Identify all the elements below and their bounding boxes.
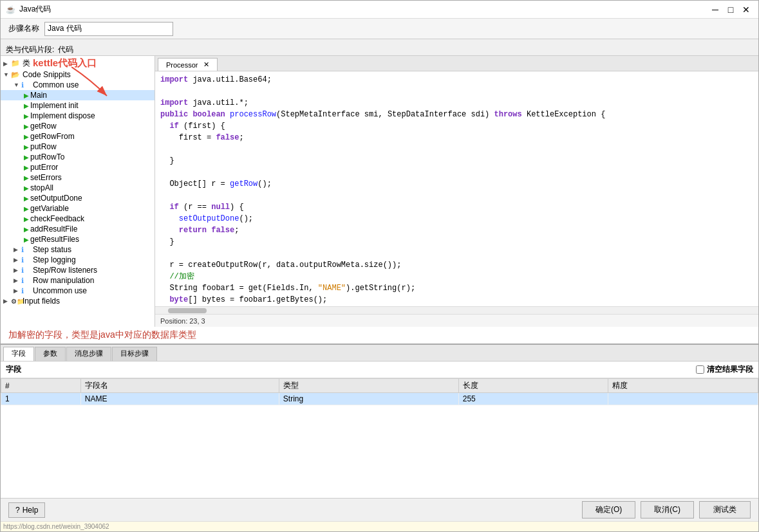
tree-item-put-row[interactable]: ▶ putRow [1, 142, 155, 152]
tree-item-code-snippits[interactable]: ▼ 📂 Code Snippits [1, 69, 155, 80]
tree-label-put-error: putError [30, 163, 58, 172]
tree-item-put-error[interactable]: ▶ putError [1, 162, 155, 172]
tab-message-steps[interactable]: 消息步骤 [66, 347, 111, 361]
play-icon-get-row-from: ▶ [24, 133, 29, 140]
play-icon-stop-all: ▶ [24, 185, 29, 192]
window-icon: ☕ [6, 5, 15, 14]
info-icon-5: ℹ [21, 277, 32, 285]
play-icon-add-result-file: ▶ [24, 226, 29, 233]
tree-item-step-logging[interactable]: ▶ ℹ Step logging [1, 255, 155, 265]
folder-icon: 📁 [11, 59, 21, 68]
tree-label-implement-init: Implement init [30, 101, 79, 110]
annotation-bar: 加解密的字段，类型是java中对应的数据库类型 [1, 327, 758, 344]
bottom-tabs: 字段 参数 消息步骤 目标步骤 [1, 345, 758, 362]
play-icon-put-row: ▶ [24, 143, 29, 151]
folder-open-icon: 📂 [11, 71, 21, 79]
tree-label-put-row: putRow [30, 142, 57, 151]
chevron-down-icon: ▼ [3, 71, 11, 78]
close-button[interactable]: ✕ [739, 3, 753, 17]
tree-item-get-variable[interactable]: ▶ getVariable [1, 203, 155, 214]
tree-item-check-feedback[interactable]: ▶ checkFeedback [1, 214, 155, 224]
code-tabs: Processor ✕ [155, 56, 758, 71]
status-bar: Position: 23, 3 [155, 314, 758, 327]
confirm-button[interactable]: 确定(O) [582, 501, 635, 518]
cell-length: 255 [458, 393, 608, 405]
code-tab-processor[interactable]: Processor ✕ [158, 58, 218, 71]
help-button[interactable]: ? Help [8, 502, 45, 518]
fields-table: # 字段名 类型 长度 精度 1 NAME String 255 [1, 378, 758, 498]
tree-item-get-row[interactable]: ▶ getRow [1, 121, 155, 131]
tab-target-steps[interactable]: 目标步骤 [112, 347, 157, 361]
cell-num: 1 [1, 393, 81, 405]
code-content: import java.util.Base64; import java.uti… [160, 74, 753, 306]
col-field-name: 字段名 [80, 379, 279, 393]
tree-item-implement-dispose[interactable]: ▶ Implement dispose [1, 111, 155, 121]
left-panel: ▶ 📁 类 ▼ 📂 Code Snippits ▼ ℹ Common use [1, 56, 155, 327]
tree-item-step-status[interactable]: ▶ ℹ Step status [1, 244, 155, 255]
chevron-right-icon-7: ▶ [14, 288, 21, 294]
right-panel: Processor ✕ import java.util.Base64; imp… [155, 56, 758, 327]
minimize-button[interactable]: ─ [708, 3, 722, 17]
table-row[interactable]: 1 NAME String 255 [1, 393, 758, 405]
tree-item-get-result-files[interactable]: ▶ getResultFiles [1, 234, 155, 244]
code-tab-label: Processor [166, 61, 198, 69]
chevron-right-icon-8: ▶ [3, 298, 11, 304]
tree-label-stop-all: stopAll [30, 183, 53, 192]
col-num: # [1, 379, 81, 393]
tree-item-set-output-done[interactable]: ▶ setOutputDone [1, 193, 155, 203]
main-area: kettle代码入口 ▶ 📁 类 [1, 56, 758, 327]
bottom-section: 字段 参数 消息步骤 目标步骤 字段 清空结果字段 [1, 344, 758, 498]
tree-item-step-row-listeners[interactable]: ▶ ℹ Step/Row listeners [1, 265, 155, 275]
step-name-label: 步骤名称 [8, 23, 39, 34]
cell-type: String [279, 393, 458, 405]
code-tab-label: 代码 [58, 44, 73, 55]
tree-label-get-variable: getVariable [30, 204, 69, 213]
cell-precision [608, 393, 758, 405]
play-icon-check-feedback: ▶ [24, 216, 29, 223]
tree-label-implement-dispose: Implement dispose [30, 111, 95, 120]
chevron-right-icon-3: ▶ [14, 246, 21, 253]
main-window: ☕ Java代码 ─ □ ✕ 步骤名称 类与代码片段: 代码 kettle代码入… [0, 0, 759, 532]
help-icon: ? [15, 506, 20, 515]
maximize-button[interactable]: □ [724, 3, 738, 17]
window-controls: ─ □ ✕ [708, 3, 753, 17]
code-editor[interactable]: import java.util.Base64; import java.uti… [155, 71, 758, 306]
tree-label-classes: 类 [23, 58, 30, 69]
table-header-row: # 字段名 类型 长度 精度 [1, 379, 758, 393]
tree-item-get-row-from[interactable]: ▶ getRowFrom [1, 131, 155, 142]
col-length: 长度 [458, 379, 608, 393]
classes-tab-label: 类与代码片段: [6, 44, 54, 55]
annotation-text: 加解密的字段，类型是java中对应的数据库类型 [8, 329, 196, 340]
test-button[interactable]: 测试类 [699, 501, 751, 518]
tree-item-implement-init[interactable]: ▶ Implement init [1, 100, 155, 111]
tree-item-classes[interactable]: ▶ 📁 类 [1, 57, 155, 69]
tree-item-row-manipulation[interactable]: ▶ ℹ Row manipulation [1, 275, 155, 286]
col-precision: 精度 [608, 379, 758, 393]
play-icon-impl-dispose: ▶ [24, 113, 29, 120]
tree-item-input-fields[interactable]: ▶ ⚙📁 Input fields [1, 296, 155, 306]
tree-item-main[interactable]: ▶ Main [1, 90, 155, 100]
fields-header: 字段 清空结果字段 [1, 362, 758, 378]
clear-result-checkbox[interactable] [696, 365, 704, 374]
horizontal-scrollbar[interactable] [155, 306, 758, 314]
tree-item-common-use[interactable]: ▼ ℹ Common use [1, 80, 155, 90]
tree-item-set-errors[interactable]: ▶ setErrors [1, 172, 155, 183]
tab-fields[interactable]: 字段 [3, 347, 34, 361]
play-icon-impl-init: ▶ [24, 102, 29, 109]
tree-label-add-result-file: addResultFile [30, 225, 77, 234]
cancel-button[interactable]: 取消(C) [641, 501, 694, 518]
tree-item-put-row-to[interactable]: ▶ putRowTo [1, 152, 155, 162]
bottom-url-bar: https://blog.csdn.net/weixin_3904062 [1, 521, 758, 531]
step-name-bar: 步骤名称 [1, 19, 758, 39]
tree-item-stop-all[interactable]: ▶ stopAll [1, 183, 155, 193]
help-label: Help [23, 506, 39, 515]
step-name-input[interactable] [44, 22, 173, 36]
tree-label-step-logging: Step logging [33, 255, 76, 264]
chevron-down-icon-2: ▼ [14, 82, 21, 88]
tree-label-code-snippits: Code Snippits [23, 70, 71, 79]
fields-label: 字段 [6, 364, 21, 375]
tree-item-add-result-file[interactable]: ▶ addResultFile [1, 224, 155, 234]
tree-item-uncommon-use[interactable]: ▶ ℹ Uncommon use [1, 286, 155, 296]
tab-params[interactable]: 参数 [35, 347, 66, 361]
gear-icon: ⚙📁 [11, 298, 21, 305]
